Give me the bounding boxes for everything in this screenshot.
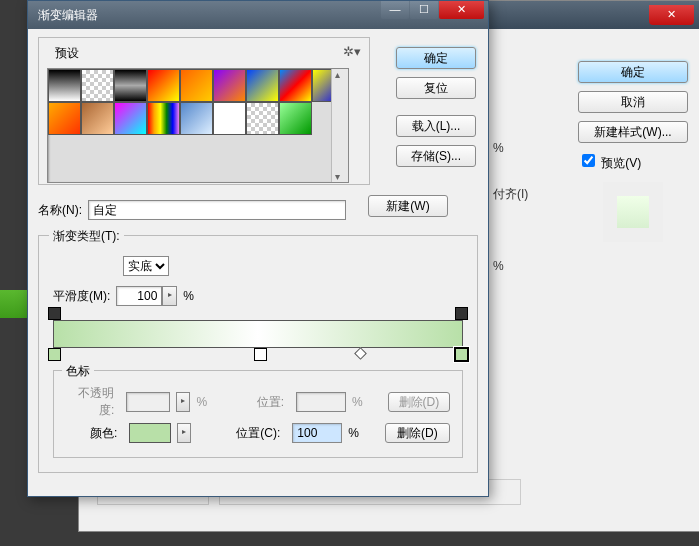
opacity-stop-right[interactable] — [455, 307, 468, 320]
titlebar[interactable]: 渐变编辑器 — ☐ ✕ — [28, 1, 488, 29]
new-button[interactable]: 新建(W) — [368, 195, 448, 217]
minimize-button[interactable]: — — [381, 1, 409, 19]
color-delete-button[interactable]: 删除(D) — [385, 423, 450, 443]
dialog-content: 确定 复位 载入(L)... 存储(S)... 预设 ✲▾ 名称(N): 新建(… — [28, 29, 488, 481]
bg-align: 付齐(I) — [493, 186, 528, 203]
dialog-title: 渐变编辑器 — [28, 8, 98, 22]
window-controls: — ☐ ✕ — [380, 1, 484, 19]
midpoint-marker[interactable] — [355, 347, 368, 360]
color-picker-arrow[interactable]: ▸ — [177, 423, 192, 443]
load-button[interactable]: 载入(L)... — [396, 115, 476, 137]
opacity-pos-label: 位置: — [236, 394, 284, 411]
preset-swatch[interactable] — [147, 102, 180, 135]
preset-swatch[interactable] — [48, 69, 81, 102]
opacity-stop-left[interactable] — [48, 307, 61, 320]
preset-swatch[interactable] — [180, 69, 213, 102]
bg-pct2: % — [493, 259, 504, 273]
preview-swatch — [603, 182, 663, 242]
presets-label: 预设 — [51, 45, 83, 62]
gradient-bar[interactable] — [53, 320, 463, 348]
parent-new-style-button[interactable]: 新建样式(W)... — [578, 121, 688, 143]
preset-swatch[interactable] — [246, 102, 279, 135]
smooth-spinner[interactable]: ▸ — [162, 286, 177, 306]
opacity-delete-button: 删除(D) — [388, 392, 450, 412]
close-button[interactable]: ✕ — [439, 1, 484, 19]
color-stops-section: 色标 不透明度: ▸ % 位置: % 删除(D) 颜色: ▸ — [53, 370, 463, 458]
maximize-button[interactable]: ☐ — [410, 1, 438, 19]
name-label: 名称(N): — [38, 202, 82, 219]
preset-swatch[interactable] — [213, 102, 246, 135]
parent-close-button[interactable]: ✕ — [649, 5, 694, 25]
gradient-track[interactable] — [53, 320, 463, 348]
preset-swatch[interactable] — [147, 69, 180, 102]
color-stop-0[interactable] — [48, 348, 61, 361]
color-stops-label: 色标 — [62, 363, 94, 380]
preset-options-icon[interactable]: ✲▾ — [343, 44, 361, 59]
parent-cancel-button[interactable]: 取消 — [578, 91, 688, 113]
preset-swatch[interactable] — [279, 69, 312, 102]
left-green-bar — [0, 290, 30, 318]
side-buttons: 确定 复位 载入(L)... 存储(S)... — [396, 47, 476, 175]
preset-scrollbar[interactable] — [331, 69, 348, 182]
preset-swatch[interactable] — [114, 69, 147, 102]
smooth-input[interactable] — [116, 286, 162, 306]
gradient-section: 渐变类型(T): 实底 平滑度(M): ▸ % — [38, 235, 478, 473]
preset-swatch[interactable] — [114, 102, 147, 135]
parent-preview-check[interactable]: 预览(V) — [578, 151, 688, 172]
smooth-label: 平滑度(M): — [53, 288, 110, 305]
color-pos-input[interactable] — [292, 423, 342, 443]
type-select[interactable]: 实底 — [123, 256, 169, 276]
preview-checkbox[interactable] — [582, 154, 595, 167]
opacity-pos-input — [296, 392, 346, 412]
opacity-spinner: ▸ — [176, 392, 190, 412]
bg-pct: % — [493, 141, 504, 155]
preset-swatch[interactable] — [180, 102, 213, 135]
color-swatch[interactable] — [129, 423, 170, 443]
color-stop-100[interactable] — [455, 348, 468, 361]
preset-swatch[interactable] — [48, 102, 81, 135]
preset-swatch[interactable] — [279, 102, 312, 135]
reset-button[interactable]: 复位 — [396, 77, 476, 99]
preset-swatch[interactable] — [213, 69, 246, 102]
gradient-editor-dialog: 渐变编辑器 — ☐ ✕ 确定 复位 载入(L)... 存储(S)... 预设 ✲… — [27, 0, 489, 497]
opacity-row: 不透明度: ▸ % 位置: % 删除(D) — [66, 385, 450, 419]
color-label: 颜色: — [66, 425, 117, 442]
color-pos-label: 位置(C): — [229, 425, 280, 442]
name-input[interactable] — [88, 200, 346, 220]
name-row: 名称(N): 新建(W) — [38, 195, 478, 225]
color-row: 颜色: ▸ 位置(C): % 删除(D) — [66, 423, 450, 443]
preset-area: 预设 ✲▾ — [38, 37, 370, 185]
smooth-pct: % — [183, 289, 194, 303]
opacity-input — [126, 392, 170, 412]
preset-swatch[interactable] — [81, 102, 114, 135]
parent-side-buttons: 确定 取消 新建样式(W)... 预览(V) — [578, 61, 688, 252]
type-label: 渐变类型(T): — [49, 228, 124, 245]
opacity-label: 不透明度: — [66, 385, 114, 419]
parent-ok-button[interactable]: 确定 — [578, 61, 688, 83]
color-stop-mid[interactable] — [254, 348, 267, 361]
preset-list[interactable] — [47, 68, 349, 183]
preset-swatch[interactable] — [246, 69, 279, 102]
ok-button[interactable]: 确定 — [396, 47, 476, 69]
save-button[interactable]: 存储(S)... — [396, 145, 476, 167]
preset-swatch[interactable] — [81, 69, 114, 102]
